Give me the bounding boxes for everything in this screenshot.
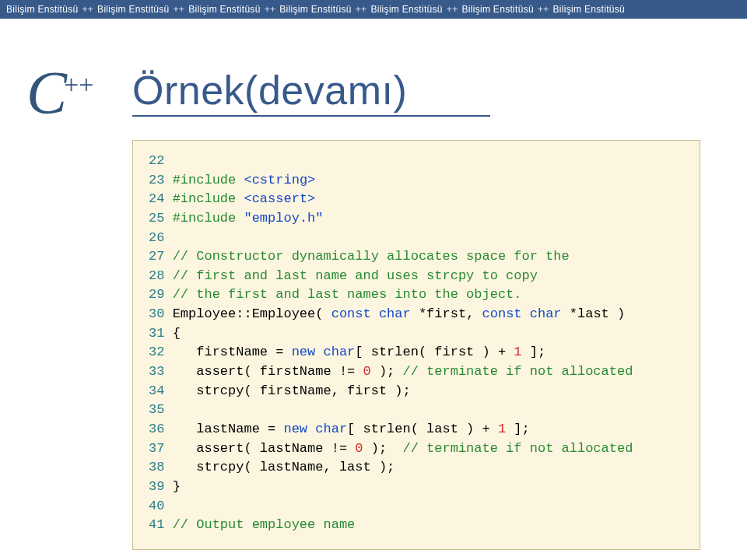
code-line: 31 { [147, 324, 686, 344]
line-number: 25 [147, 209, 164, 229]
code-line: 22 [147, 152, 686, 171]
line-number: 33 [147, 362, 164, 382]
line-number: 26 [147, 229, 164, 248]
code-line: 40 [147, 497, 686, 516]
code-line: 35 [147, 401, 686, 420]
code-token: { [173, 326, 181, 341]
code-token: // Output employee name [173, 517, 356, 532]
code-line: 41 // Output employee name [147, 516, 686, 535]
slide: Bilişim Enstitüsü++Bilişim Enstitüsü++Bi… [0, 0, 747, 560]
code-line: 30 Employee::Employee( const char *first… [147, 305, 686, 324]
code-token: ]; [506, 422, 530, 436]
cpp-logo: C++ [26, 62, 96, 123]
code-token: *last ) [562, 306, 626, 321]
code-line: 25 #include "employ.h" [147, 209, 686, 229]
code-line: 26 [147, 229, 686, 248]
line-number: 23 [147, 171, 164, 191]
logo-plusplus: ++ [64, 70, 93, 99]
banner-text: Bilişim Enstitüsü [279, 4, 351, 15]
line-number: 30 [147, 305, 164, 324]
code-line: 34 strcpy( firstName, first ); [147, 382, 686, 401]
code-line: 29 // the first and last names into the … [147, 285, 686, 305]
banner-separator: ++ [534, 4, 553, 15]
code-token: 1 [498, 422, 506, 436]
code-token: // terminate if not allocated [403, 441, 633, 456]
code-token: lastName = [173, 422, 284, 436]
banner-separator: ++ [443, 4, 462, 15]
banner-text: Bilişim Enstitüsü [188, 4, 260, 15]
code-token: // first and last name and uses strcpy t… [173, 268, 538, 283]
code-line: 28 // first and last name and uses strcp… [147, 267, 686, 286]
code-token: <cassert> [244, 191, 315, 206]
code-token: ); [363, 441, 402, 456]
code-line: 37 assert( lastName != 0 ); // terminate… [147, 439, 686, 459]
code-token: // Constructor dynamically allocates spa… [173, 249, 570, 264]
code-line: 24 #include <cassert> [147, 190, 686, 209]
code-token: "employ.h" [244, 211, 323, 226]
code-token: strcpy( lastName, last ); [173, 460, 395, 474]
line-number: 37 [147, 439, 164, 459]
line-number: 24 [147, 190, 164, 209]
code-token: const char [331, 306, 411, 321]
code-token: [ strlen( first ) + [355, 345, 514, 359]
logo-letter: C [26, 58, 67, 126]
line-number: 39 [147, 478, 164, 497]
line-number: 40 [147, 497, 164, 516]
code-line: 33 assert( firstName != 0 ); // terminat… [147, 362, 686, 382]
code-token: ]; [522, 345, 546, 359]
code-token: strcpy( firstName, first ); [173, 383, 411, 398]
code-line: 23 #include <cstring> [147, 171, 686, 191]
code-line: 38 strcpy( lastName, last ); [147, 458, 686, 478]
code-token: 0 [355, 441, 363, 456]
code-token: [ strlen( last ) + [347, 422, 498, 436]
banner-separator: ++ [352, 4, 371, 15]
code-token: assert( firstName != [173, 364, 363, 379]
banner-text: Bilişim Enstitüsü [370, 4, 442, 15]
banner-separator: ++ [78, 4, 97, 15]
banner-separator: ++ [261, 4, 280, 15]
line-number: 22 [147, 152, 164, 171]
line-number: 27 [147, 247, 164, 267]
code-token: #include [173, 173, 244, 187]
code-token: firstName = [173, 345, 292, 359]
code-token: ); [371, 364, 403, 379]
code-token: const char [482, 306, 562, 321]
code-token: *first, [411, 306, 482, 321]
code-token: new char [283, 422, 347, 436]
line-number: 41 [147, 516, 164, 535]
code-line: 32 firstName = new char[ strlen( first )… [147, 343, 686, 362]
code-line: 36 lastName = new char[ strlen( last ) +… [147, 420, 686, 439]
code-token: // the first and last names into the obj… [173, 287, 522, 302]
line-number: 32 [147, 343, 164, 362]
line-number: 34 [147, 382, 164, 401]
title-underline [132, 115, 490, 117]
code-token: #include [173, 191, 244, 206]
line-number: 36 [147, 420, 164, 439]
code-token: <cstring> [244, 173, 315, 187]
top-banner: Bilişim Enstitüsü++Bilişim Enstitüsü++Bi… [0, 0, 747, 19]
banner-text: Bilişim Enstitüsü [461, 4, 533, 15]
title-block: Örnek(devamı) [132, 70, 490, 117]
code-token: new char [292, 345, 356, 359]
banner-separator: ++ [170, 4, 189, 15]
banner-text: Bilişim Enstitüsü [97, 4, 169, 15]
line-number: 28 [147, 267, 164, 286]
code-block: 22 23 #include <cstring>24 #include <cas… [132, 140, 700, 550]
page-title: Örnek(devamı) [132, 70, 490, 114]
line-number: 38 [147, 458, 164, 478]
line-number: 31 [147, 324, 164, 344]
code-token: 0 [363, 364, 370, 379]
line-number: 35 [147, 401, 164, 420]
banner-text: Bilişim Enstitüsü [553, 4, 625, 15]
code-token: } [173, 479, 181, 494]
code-line: 39 } [147, 478, 686, 497]
code-token: // terminate if not allocated [403, 364, 633, 379]
code-token: #include [173, 211, 244, 226]
code-token: assert( lastName != [173, 441, 356, 456]
line-number: 29 [147, 285, 164, 305]
code-token: 1 [514, 345, 521, 359]
banner-text: Bilişim Enstitüsü [6, 4, 78, 15]
code-line: 27 // Constructor dynamically allocates … [147, 247, 686, 267]
code-token: Employee::Employee( [173, 306, 331, 321]
